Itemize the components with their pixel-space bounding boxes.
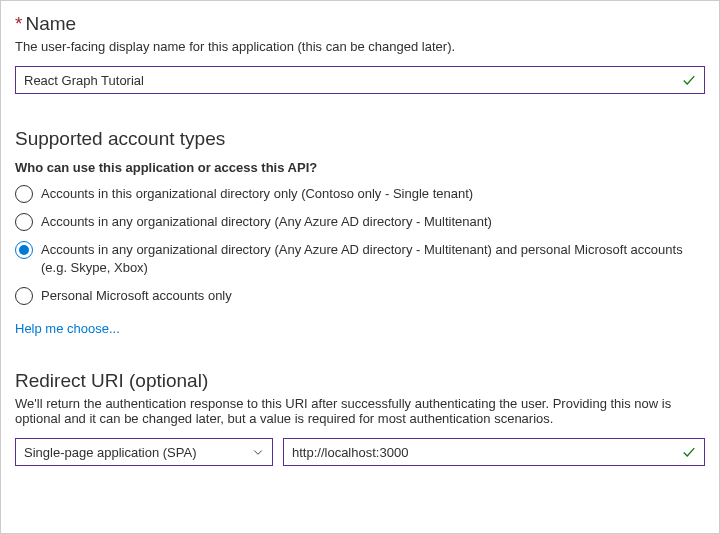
account-types-heading: Supported account types	[15, 128, 705, 150]
redirect-uri-row: Single-page application (SPA)	[15, 438, 705, 466]
checkmark-icon	[682, 445, 696, 459]
account-type-option-single-tenant[interactable]: Accounts in this organizational director…	[15, 185, 705, 203]
chevron-down-icon	[252, 446, 264, 458]
account-type-option-multitenant[interactable]: Accounts in any organizational directory…	[15, 213, 705, 231]
account-type-option-multitenant-personal[interactable]: Accounts in any organizational directory…	[15, 241, 705, 277]
radio-icon	[15, 185, 33, 203]
radio-icon-selected	[15, 241, 33, 259]
name-heading: *Name	[15, 13, 705, 35]
help-me-choose-link[interactable]: Help me choose...	[15, 321, 120, 336]
name-input[interactable]	[24, 73, 676, 88]
redirect-uri-heading: Redirect URI (optional)	[15, 370, 705, 392]
radio-label: Accounts in this organizational director…	[41, 185, 473, 203]
radio-label: Accounts in any organizational directory…	[41, 213, 492, 231]
account-type-option-personal-only[interactable]: Personal Microsoft accounts only	[15, 287, 705, 305]
name-input-wrapper[interactable]	[15, 66, 705, 94]
name-description: The user-facing display name for this ap…	[15, 39, 705, 54]
platform-selected-label: Single-page application (SPA)	[24, 445, 196, 460]
radio-icon	[15, 213, 33, 231]
redirect-uri-description: We'll return the authentication response…	[15, 396, 705, 426]
name-title-text: Name	[25, 13, 76, 34]
account-types-question: Who can use this application or access t…	[15, 160, 705, 175]
radio-label: Personal Microsoft accounts only	[41, 287, 232, 305]
checkmark-icon	[682, 73, 696, 87]
radio-icon	[15, 287, 33, 305]
register-app-form: *Name The user-facing display name for t…	[0, 0, 720, 534]
redirect-uri-input-wrapper[interactable]	[283, 438, 705, 466]
redirect-uri-input[interactable]	[292, 445, 676, 460]
radio-label: Accounts in any organizational directory…	[41, 241, 705, 277]
platform-dropdown[interactable]: Single-page application (SPA)	[15, 438, 273, 466]
required-asterisk: *	[15, 13, 22, 34]
account-types-radio-group: Accounts in this organizational director…	[15, 185, 705, 305]
